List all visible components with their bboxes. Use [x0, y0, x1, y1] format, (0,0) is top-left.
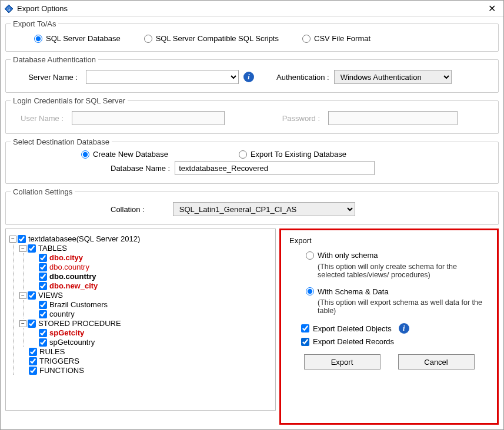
tree-item-checkbox[interactable] [39, 329, 47, 337]
tree-sp-label: STORED PROCEDURE [37, 319, 121, 328]
radio-sql-scripts-input[interactable] [144, 35, 152, 43]
radio-sql-server-db-input[interactable] [34, 35, 42, 43]
radio-csv-input[interactable] [302, 35, 311, 43]
schema-data-desc: (This option will export schema as well … [318, 298, 482, 315]
tree-toggle-icon[interactable]: − [19, 245, 26, 252]
tree-item-checkbox[interactable] [39, 338, 47, 347]
svg-text:S: S [7, 6, 10, 12]
radio-create-new-db[interactable]: Create New Database [81, 150, 168, 159]
radio-create-new-db-label: Create New Database [93, 150, 168, 159]
collation-select[interactable]: SQL_Latin1_General_CP1_CI_AS [173, 202, 355, 216]
tree-root-label: textdatabasee(SQL Server 2012) [27, 234, 140, 243]
tree-table-item[interactable]: dbo.cityy [29, 253, 272, 262]
auth-select[interactable]: Windows Authentication [334, 70, 452, 84]
login-creds-legend: Login Credentials for SQL Server [11, 96, 128, 105]
radio-export-existing-label: Export To Existing Database [251, 150, 346, 159]
tree-rules-checkbox[interactable] [29, 348, 37, 356]
radio-sql-scripts-label: SQL Server Compatible SQL Scripts [156, 34, 279, 43]
content-area: Export To/As SQL Server Database SQL Ser… [1, 17, 503, 427]
tree-toggle-icon[interactable]: − [19, 292, 26, 299]
collation-label: Collation : [111, 205, 145, 214]
db-auth-group: Database Authentication Server Name : i … [5, 55, 499, 93]
radio-csv[interactable]: CSV File Format [302, 34, 371, 43]
tree-table-item[interactable]: dbo.new_city [29, 281, 272, 290]
tree-sp-item[interactable]: spGetcountry [29, 338, 272, 347]
chk-deleted-records[interactable] [301, 338, 309, 346]
tree-panel[interactable]: − textdatabasee(SQL Server 2012) − TABLE… [5, 229, 276, 411]
tree-item-checkbox[interactable] [39, 301, 47, 309]
app-icon: S [4, 4, 14, 14]
tree-view-item[interactable]: Brazil Customers [29, 300, 272, 309]
db-name-label: Database Name : [111, 164, 170, 173]
tree-toggle-icon[interactable]: − [9, 236, 16, 243]
tree-item-checkbox[interactable] [39, 254, 47, 262]
radio-only-schema[interactable]: With only schema [306, 251, 378, 260]
info-icon[interactable]: i [243, 72, 254, 82]
tree-root-checkbox[interactable] [18, 235, 26, 243]
collation-legend: Collation Settings [11, 187, 75, 196]
radio-schema-data[interactable]: With Schema & Data [306, 287, 389, 296]
tree-item-label: dbo.country [48, 263, 89, 271]
tree-rules[interactable]: RULES [19, 347, 272, 356]
radio-sql-scripts[interactable]: SQL Server Compatible SQL Scripts [144, 34, 279, 43]
tree-item-checkbox[interactable] [39, 273, 47, 281]
radio-only-schema-input[interactable] [306, 251, 314, 260]
tree-item-label: dbo.cityy [48, 253, 83, 262]
radio-export-existing-input[interactable] [239, 150, 247, 159]
radio-create-new-db-input[interactable] [81, 150, 89, 159]
tree-triggers[interactable]: TRIGGERS [19, 357, 272, 365]
tree-functions-checkbox[interactable] [29, 367, 37, 375]
server-name-select[interactable] [86, 70, 239, 84]
tree-item-checkbox[interactable] [39, 282, 47, 290]
info-icon[interactable]: i [399, 323, 409, 334]
tree-root[interactable]: − textdatabasee(SQL Server 2012) [9, 234, 272, 243]
server-name-label: Server Name : [11, 73, 81, 82]
tree-rules-label: RULES [38, 347, 65, 356]
username-label: User Name : [11, 114, 67, 123]
tree-toggle-icon[interactable]: − [19, 320, 26, 327]
db-name-input[interactable] [175, 161, 375, 175]
radio-schema-data-input[interactable] [306, 287, 314, 295]
username-input [72, 111, 225, 125]
tree-item-checkbox[interactable] [39, 263, 47, 271]
radio-csv-label: CSV File Format [314, 34, 371, 43]
export-to-as-group: Export To/As SQL Server Database SQL Ser… [5, 19, 499, 52]
tree-item-label: spGetcountry [48, 338, 95, 347]
export-button[interactable]: Export [304, 354, 380, 369]
tree-table-item[interactable]: dbo.country [29, 263, 272, 271]
radio-export-existing[interactable]: Export To Existing Database [239, 150, 346, 159]
tree-views[interactable]: − VIEWS [19, 291, 272, 300]
dest-db-group: Select Destination Database Create New D… [5, 137, 499, 184]
close-button[interactable]: ✕ [483, 3, 500, 15]
export-panel: Export With only schema (This option wil… [279, 229, 499, 425]
tree-item-label: country [48, 310, 75, 318]
tree-functions-label: FUNCTIONS [38, 366, 84, 375]
radio-sql-server-db[interactable]: SQL Server Database [34, 34, 121, 43]
radio-only-schema-label: With only schema [318, 251, 378, 260]
tree-tables-checkbox[interactable] [28, 244, 36, 253]
tree-sp-checkbox[interactable] [28, 320, 36, 328]
tree-item-label: dbo.counttry [48, 272, 96, 281]
tree-sp-item[interactable]: spGetcity [29, 328, 272, 337]
tree-view-item[interactable]: country [29, 310, 272, 318]
titlebar: S Export Options ✕ [1, 1, 503, 17]
radio-schema-data-label: With Schema & Data [318, 287, 389, 296]
tree-item-label: Brazil Customers [48, 300, 108, 309]
chk-deleted-objects[interactable] [301, 324, 309, 332]
radio-sql-server-db-label: SQL Server Database [46, 34, 121, 43]
tree-functions[interactable]: FUNCTIONS [19, 366, 272, 375]
auth-label: Authentication : [276, 73, 329, 82]
tree-table-item[interactable]: dbo.counttry [29, 272, 272, 281]
db-auth-legend: Database Authentication [11, 55, 98, 64]
tree-tables[interactable]: − TABLES [19, 244, 272, 253]
tree-sp[interactable]: − STORED PROCEDURE [19, 319, 272, 328]
tree-triggers-checkbox[interactable] [29, 357, 37, 365]
password-label: Password : [247, 114, 323, 123]
tree-item-checkbox[interactable] [39, 310, 47, 318]
tree-views-label: VIEWS [37, 291, 63, 300]
cancel-button[interactable]: Cancel [398, 354, 475, 369]
tree-triggers-label: TRIGGERS [38, 357, 79, 365]
tree-views-checkbox[interactable] [28, 291, 36, 300]
dest-db-legend: Select Destination Database [11, 137, 112, 146]
tree-item-label: dbo.new_city [48, 281, 98, 290]
